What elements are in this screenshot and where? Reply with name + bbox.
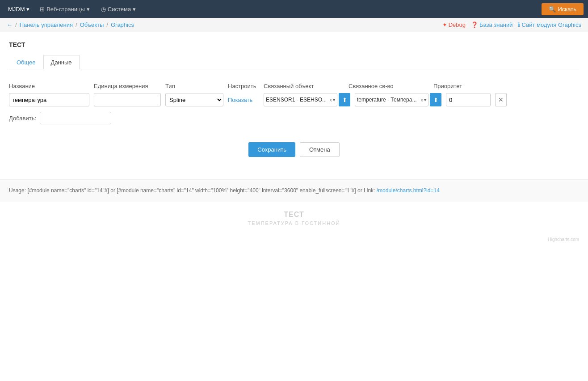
tab-general[interactable]: Общее bbox=[9, 55, 43, 69]
cancel-button[interactable]: Отмена bbox=[300, 142, 340, 157]
linked-obj-upload-button[interactable]: ⬆ bbox=[339, 93, 350, 106]
name-input[interactable] bbox=[9, 93, 89, 106]
kb-label: База знаний bbox=[479, 21, 513, 28]
chart-preview-area: ТЕСТ ТЕМПЕРАТУРА В ГОСТИННОЙ bbox=[0, 202, 588, 235]
usage-code2: [#module name="charts" id="14" width="10… bbox=[117, 187, 356, 194]
header-unit: Единица измерения bbox=[94, 83, 161, 89]
times-icon: ✕ bbox=[498, 96, 504, 103]
type-select[interactable]: Spline Line Bar Area bbox=[165, 93, 223, 106]
chart-preview-subtitle: ТЕМПЕРАТУРА В ГОСТИННОЙ bbox=[9, 220, 579, 226]
linked-obj-value: ESENSOR1 - ESЕНSО... bbox=[266, 97, 329, 103]
breadcrumb-graphics: Graphics bbox=[111, 21, 134, 28]
linked-prop-value: temperature - Темпера... bbox=[357, 97, 420, 103]
navbar-system-arrow: ▾ bbox=[133, 6, 136, 13]
navbar-system-label: Система bbox=[108, 6, 131, 13]
header-type: Тип bbox=[165, 83, 223, 89]
usage-link[interactable]: /module/charts.html?id=14 bbox=[377, 187, 440, 194]
breadcrumb-dashboard[interactable]: Панель управления bbox=[20, 21, 73, 28]
save-button[interactable]: Сохранить bbox=[248, 142, 295, 157]
main-content: ТЕСТ Общее Данные Название Единица измер… bbox=[0, 32, 588, 166]
linked-obj-arrow-icon[interactable]: ▾ bbox=[333, 97, 335, 102]
breadcrumb-sep-1: / bbox=[76, 21, 77, 28]
linked-obj-container: ESENSOR1 - ESЕНSО... x ▾ ⬆ bbox=[264, 93, 350, 106]
add-input[interactable] bbox=[40, 112, 111, 124]
tab-data[interactable]: Данные bbox=[43, 55, 80, 69]
chart-preview-title: ТЕСТ bbox=[9, 211, 579, 219]
linked-obj-select[interactable]: ESENSOR1 - ESЕНSО... x ▾ bbox=[264, 93, 337, 106]
breadcrumb-sep-0: / bbox=[15, 21, 17, 28]
linked-prop-container: temperature - Темпера... x ▾ ⬆ bbox=[355, 93, 441, 106]
show-link[interactable]: Показать bbox=[228, 97, 259, 103]
brand-arrow-icon: ▾ bbox=[26, 6, 29, 13]
priority-input[interactable] bbox=[446, 93, 491, 106]
debug-label: Debug bbox=[449, 21, 466, 28]
add-label: Добавить: bbox=[9, 115, 36, 122]
navbar-item-system[interactable]: ◷ Система ▾ bbox=[97, 0, 140, 18]
column-headers: Название Единица измерения Тип Настроить… bbox=[9, 83, 579, 89]
navbar-webpages-arrow: ▾ bbox=[87, 6, 90, 13]
form-section: Название Единица измерения Тип Настроить… bbox=[9, 78, 579, 129]
search-label: Искать bbox=[558, 6, 577, 13]
tabs: Общее Данные bbox=[9, 55, 579, 69]
clock-icon: ◷ bbox=[101, 6, 106, 13]
grid-icon: ⊞ bbox=[40, 6, 45, 13]
navbar-webpages-label: Веб-страницы bbox=[46, 6, 85, 13]
data-row: Spline Line Bar Area Показать ESENSOR1 -… bbox=[9, 93, 579, 106]
back-button[interactable]: ← bbox=[7, 21, 13, 28]
usage-or2: or Link: bbox=[357, 187, 375, 194]
debug-button[interactable]: ✦ Debug bbox=[442, 21, 466, 28]
header-linked-obj: Связанный объект bbox=[264, 83, 344, 89]
page-title: ТЕСТ bbox=[9, 41, 579, 48]
header-priority: Приоритет bbox=[433, 83, 487, 89]
linked-prop-select[interactable]: temperature - Темпера... x ▾ bbox=[355, 93, 428, 106]
module-site-button[interactable]: ℹ Сайт модуля Graphics bbox=[518, 21, 581, 28]
breadcrumb-bar: ← / Панель управления / Объекты / Graphi… bbox=[0, 18, 588, 32]
search-button[interactable]: 🔍 Искать bbox=[542, 3, 584, 15]
navbar: MJDM ▾ ⊞ Веб-страницы ▾ ◷ Система ▾ 🔍 Ис… bbox=[0, 0, 588, 18]
navbar-brand[interactable]: MJDM ▾ bbox=[4, 6, 33, 13]
delete-row-button[interactable]: ✕ bbox=[495, 93, 507, 106]
header-configure: Настроить bbox=[228, 83, 259, 89]
usage-section: Usage: [#module name="charts" id="14"#] … bbox=[0, 179, 588, 202]
linked-prop-arrow-icon[interactable]: ▾ bbox=[424, 97, 426, 102]
brand-label: MJDM bbox=[8, 6, 25, 13]
linked-prop-clear[interactable]: x bbox=[421, 97, 424, 102]
header-linked-prop: Связанное св-во bbox=[349, 83, 429, 89]
highcharts-credit: Highcharts.com bbox=[0, 235, 588, 244]
search-icon: 🔍 bbox=[549, 6, 556, 13]
upload-icon-2: ⬆ bbox=[433, 97, 438, 103]
usage-prefix: Usage: bbox=[9, 187, 26, 194]
add-row: Добавить: bbox=[9, 112, 579, 124]
breadcrumb-objects[interactable]: Объекты bbox=[80, 21, 104, 28]
knowledge-base-button[interactable]: ❓ База знаний bbox=[471, 21, 513, 28]
unit-input[interactable] bbox=[94, 93, 161, 106]
upload-icon: ⬆ bbox=[342, 97, 347, 103]
linked-prop-upload-button[interactable]: ⬆ bbox=[430, 93, 441, 106]
site-label: Сайт модуля Graphics bbox=[521, 21, 581, 28]
info-icon: ℹ bbox=[518, 21, 520, 28]
breadcrumb-sep-2: / bbox=[106, 21, 108, 28]
header-name: Название bbox=[9, 83, 89, 89]
navbar-item-webpages[interactable]: ⊞ Веб-страницы ▾ bbox=[35, 0, 94, 18]
breadcrumb-actions: ✦ Debug ❓ База знаний ℹ Сайт модуля Grap… bbox=[442, 21, 581, 28]
usage-or1: or bbox=[110, 187, 115, 194]
linked-obj-clear[interactable]: x bbox=[330, 97, 332, 102]
action-row: Сохранить Отмена bbox=[9, 142, 579, 157]
help-icon: ❓ bbox=[471, 21, 478, 28]
bug-icon: ✦ bbox=[442, 21, 447, 28]
usage-code1: [#module name="charts" id="14"#] bbox=[27, 187, 109, 194]
